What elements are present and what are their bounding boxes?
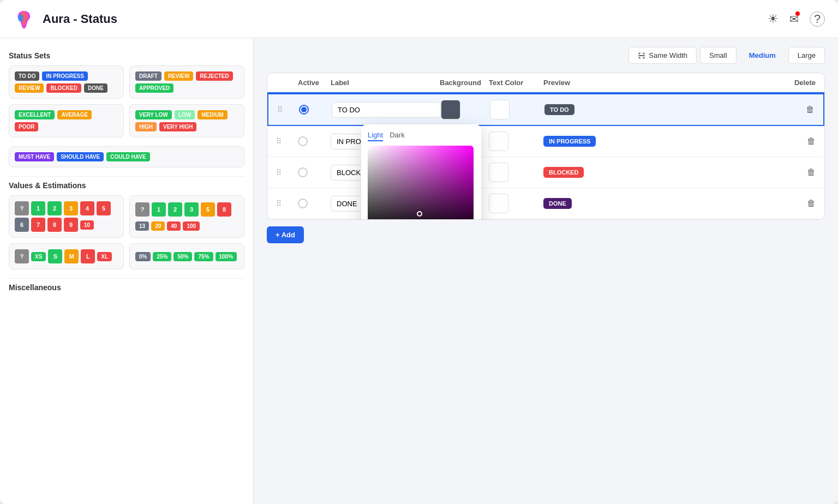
val-2-100[interactable]: 100 [183,221,200,231]
val-m[interactable]: M [64,249,79,263]
val-1[interactable]: 1 [31,201,45,215]
badge-low[interactable]: LOW [175,110,195,119]
val-xs[interactable]: XS [31,252,46,261]
val-q1[interactable]: ? [15,201,29,215]
val-q3[interactable]: ? [15,249,29,263]
small-button[interactable]: Small [700,47,737,64]
bg-color-cell-1 [441,100,490,119]
text-swatch-3[interactable] [489,163,508,182]
badge-todo[interactable]: TO DO [15,71,39,81]
val-l[interactable]: L [81,249,95,263]
status-set-card-1: TO DO IN PROGRESS REVIEW BLOCKED DONE [9,65,124,99]
val-2-8[interactable]: 8 [217,202,231,217]
radio-2[interactable] [298,136,308,146]
medium-button[interactable]: Medium [740,47,785,64]
badge-medium[interactable]: MEDIUM [197,110,228,119]
status-set-card-2: DRAFT REVIEW REJECTED APPROVED [129,65,244,99]
val-7[interactable]: 7 [31,218,45,232]
header: Aura - Status ☀ ✉ ? [0,0,838,38]
main-layout: Status Sets TO DO IN PROGRESS REVIEW BLO… [0,38,838,504]
val-2-13[interactable]: 13 [135,221,149,231]
large-button[interactable]: Large [788,47,825,64]
same-width-label: Same Width [649,51,687,59]
same-width-button[interactable]: Same Width [628,47,697,64]
val-9[interactable]: 9 [64,218,78,232]
label-input-1[interactable] [332,102,441,118]
val-10[interactable]: 10 [80,220,94,230]
badge-very-high[interactable]: VERY HIGH [159,122,196,131]
val-25pct[interactable]: 25% [153,252,171,261]
header-text-color: Text Color [489,79,543,87]
badge-review[interactable]: REVIEW [15,83,44,93]
preview-badge-1: TO DO [544,104,574,115]
header-label: Label [331,79,440,87]
radio-4[interactable] [298,199,308,208]
badge-poor[interactable]: POOR [15,122,38,131]
val-2-1[interactable]: 1 [152,202,166,217]
val-3[interactable]: 3 [64,201,78,215]
val-6[interactable]: 6 [15,218,29,232]
sun-icon[interactable]: ☀ [768,12,779,26]
val-0pct[interactable]: 0% [135,252,151,261]
mail-icon[interactable]: ✉ [789,13,799,26]
text-swatch-2[interactable] [489,131,508,151]
badge-inprogress[interactable]: IN PROGRESS [42,71,87,81]
val-xl[interactable]: XL [97,252,112,261]
bg-swatch-1[interactable] [441,100,460,119]
badge-done[interactable]: DONE [84,83,107,93]
val-2-20[interactable]: 20 [151,221,165,231]
badge-could-have[interactable]: COULD HAVE [106,152,149,161]
val-q2[interactable]: ? [135,202,149,217]
val-2-5[interactable]: 5 [201,202,215,217]
val-75pct[interactable]: 75% [194,252,213,261]
badge-review2[interactable]: REVIEW [164,71,193,81]
text-swatch-4[interactable] [489,194,508,213]
val-5[interactable]: 5 [97,201,111,215]
radio-1[interactable] [299,105,332,115]
badge-average[interactable]: AVERAGE [57,110,92,119]
values-card-1: ? 1 2 3 4 5 6 7 8 9 10 [9,195,124,238]
badge-should-have[interactable]: SHOULD HAVE [57,152,104,161]
header-preview: Preview [543,79,772,87]
val-2[interactable]: 2 [47,201,62,215]
main-content: Same Width Small Medium Large Active Lab… [254,38,838,504]
badge-approved[interactable]: APPROVED [135,83,173,93]
add-button[interactable]: + Add [267,226,304,243]
text-swatch-1[interactable] [490,100,510,119]
header-right: ☀ ✉ ? [768,11,825,27]
badge-blocked[interactable]: BLOCKED [46,83,81,93]
preview-badge-3: BLOCKED [543,167,584,178]
tab-light[interactable]: Light [368,131,383,141]
val-2-3[interactable]: 3 [184,202,199,217]
header-delete: Delete [772,79,816,87]
badge-very-low[interactable]: VERY LOW [135,110,172,119]
drag-handle-4[interactable]: ⠿ [276,199,298,208]
status-sets-grid: TO DO IN PROGRESS REVIEW BLOCKED DONE DR… [9,65,244,137]
val-2-40[interactable]: 40 [167,221,181,231]
preview-cell-1: TO DO [544,104,771,115]
badge-excellent[interactable]: EXCELLENT [15,110,55,119]
tab-dark[interactable]: Dark [390,131,404,141]
val-100pct[interactable]: 100% [216,252,237,261]
delete-btn-2[interactable]: 🗑 [772,136,816,146]
val-50pct[interactable]: 50% [173,252,192,261]
val-4[interactable]: 4 [80,201,94,215]
delete-btn-3[interactable]: 🗑 [772,167,816,177]
val-2-2[interactable]: 2 [168,202,182,217]
help-icon[interactable]: ? [810,11,825,27]
badge-rejected[interactable]: REJECTED [196,71,232,81]
badge-must-have[interactable]: MUST HAVE [15,152,54,161]
table-row-2: ⠿ IN PROGRESS 🗑 [267,126,824,157]
val-s[interactable]: S [48,249,62,263]
badge-draft[interactable]: DRAFT [135,71,161,81]
drag-handle-1[interactable]: ⠿ [277,105,299,114]
val-8[interactable]: 8 [47,218,62,232]
drag-handle-3[interactable]: ⠿ [276,168,298,177]
delete-btn-1[interactable]: 🗑 [771,105,815,115]
table-header: Active Label Background Text Color Previ… [267,73,824,93]
color-gradient[interactable] [368,146,474,220]
radio-3[interactable] [298,167,308,177]
delete-btn-4[interactable]: 🗑 [772,199,816,208]
drag-handle-2[interactable]: ⠿ [276,137,298,146]
badge-high[interactable]: HIGH [135,122,157,131]
